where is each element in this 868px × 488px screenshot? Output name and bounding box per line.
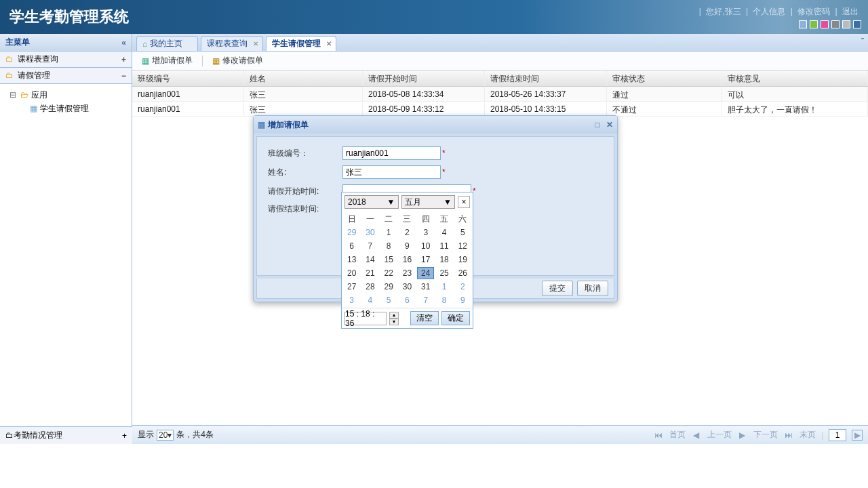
- calendar-day[interactable]: 8: [380, 240, 397, 252]
- go-page-button[interactable]: ▶: [852, 430, 863, 441]
- calendar-day[interactable]: 1: [435, 281, 452, 293]
- tree-node-app[interactable]: ⊟ 🗁 应用: [7, 88, 132, 102]
- theme-swatch[interactable]: [821, 20, 829, 28]
- col-name[interactable]: 姓名: [244, 70, 363, 86]
- calendar-day[interactable]: 10: [417, 240, 434, 252]
- calendar-day[interactable]: 3: [417, 226, 434, 239]
- time-spinner[interactable]: ▲▼: [389, 312, 399, 325]
- close-icon[interactable]: ✕: [606, 120, 613, 129]
- col-class-no[interactable]: 班级编号: [132, 70, 244, 86]
- name-input[interactable]: 张三: [342, 165, 441, 179]
- sidebar-section-leave[interactable]: 🗀请假管理 −: [0, 68, 132, 84]
- next-page-button[interactable]: ▶: [737, 430, 748, 441]
- calendar-day[interactable]: 25: [435, 267, 452, 279]
- col-status[interactable]: 审核状态: [607, 70, 722, 86]
- calendar-day[interactable]: 17: [417, 253, 434, 266]
- calendar-day[interactable]: 29: [343, 226, 360, 239]
- calendar-day[interactable]: 24: [417, 267, 434, 279]
- tab-home[interactable]: ⌂ 我的主页: [136, 36, 198, 51]
- maximize-icon[interactable]: □: [595, 120, 599, 129]
- calendar-day[interactable]: 29: [380, 281, 397, 293]
- calendar-day[interactable]: 9: [454, 294, 471, 306]
- calendar-day[interactable]: 16: [399, 253, 416, 266]
- tab-schedule[interactable]: 课程表查询 ✕: [201, 36, 263, 51]
- calendar-day[interactable]: 23: [399, 267, 416, 279]
- calendar-day[interactable]: 19: [454, 253, 471, 266]
- plus-icon[interactable]: +: [122, 431, 127, 441]
- last-page-button[interactable]: ⏭: [783, 430, 794, 441]
- calendar-day[interactable]: 2: [454, 281, 471, 293]
- calendar-day[interactable]: 14: [361, 253, 378, 266]
- calendar-day[interactable]: 21: [361, 267, 378, 279]
- calendar-day[interactable]: 3: [343, 294, 360, 306]
- calendar-day[interactable]: 11: [435, 240, 452, 252]
- calendar-day[interactable]: 20: [343, 267, 360, 279]
- sidebar-section-schedule[interactable]: 🗀课程表查询 +: [0, 52, 132, 68]
- calendar-day[interactable]: 28: [361, 281, 378, 293]
- logout-link[interactable]: 退出: [842, 7, 859, 16]
- dialog-header[interactable]: ▦增加请假单 □ ✕: [254, 116, 617, 134]
- calendar-day[interactable]: 27: [343, 281, 360, 293]
- class-no-input[interactable]: ruanjian001: [342, 146, 441, 160]
- month-select[interactable]: 五月▼: [401, 195, 456, 209]
- theme-swatch[interactable]: [853, 20, 861, 28]
- col-end[interactable]: 请假结束时间: [485, 70, 607, 86]
- tree-toggle-icon[interactable]: ⊟: [9, 90, 18, 100]
- cancel-button[interactable]: 取消: [577, 281, 608, 296]
- calendar-day[interactable]: 6: [343, 240, 360, 252]
- chevron-down-icon[interactable]: ˇ: [861, 37, 864, 47]
- col-start[interactable]: 请假开始时间: [363, 70, 485, 86]
- calendar-day[interactable]: 18: [435, 253, 452, 266]
- table-row[interactable]: ruanjian001张三2018-05-09 14:33:122018-05-…: [132, 102, 868, 117]
- calendar-day[interactable]: 4: [435, 226, 452, 239]
- collapse-icon[interactable]: «: [121, 38, 126, 47]
- calendar-day[interactable]: 22: [380, 267, 397, 279]
- picker-close-button[interactable]: ×: [458, 196, 470, 208]
- password-link[interactable]: 修改密码: [797, 7, 830, 16]
- spin-up-icon[interactable]: ▲: [389, 312, 399, 319]
- calendar-day[interactable]: 1: [380, 226, 397, 239]
- calendar-day[interactable]: 4: [361, 294, 378, 306]
- add-leave-button[interactable]: ▦ 增加请假单: [138, 54, 197, 68]
- year-select[interactable]: 2018▼: [344, 195, 399, 209]
- page-size-select[interactable]: 20 ▾: [157, 430, 174, 441]
- clear-button[interactable]: 清空: [410, 311, 439, 325]
- page-input[interactable]: [829, 429, 846, 441]
- ok-button[interactable]: 确定: [441, 311, 470, 325]
- calendar-day[interactable]: 26: [454, 267, 471, 279]
- sidebar-section-attendance[interactable]: 🗀考勤情况管理 +: [0, 426, 132, 444]
- tree-node-leave-mgmt[interactable]: ▦ 学生请假管理: [7, 102, 132, 115]
- theme-swatch[interactable]: [842, 20, 850, 28]
- close-icon[interactable]: ✕: [326, 40, 332, 47]
- theme-swatch[interactable]: [831, 20, 840, 28]
- calendar-day[interactable]: 13: [343, 253, 360, 266]
- plus-icon[interactable]: +: [121, 55, 126, 64]
- prev-page-button[interactable]: ◀: [691, 430, 702, 441]
- table-row[interactable]: ruanjian001张三2018-05-08 14:33:342018-05-…: [132, 87, 868, 102]
- calendar-day[interactable]: 9: [399, 240, 416, 252]
- profile-link[interactable]: 个人信息: [753, 7, 785, 16]
- calendar-day[interactable]: 12: [454, 240, 471, 252]
- time-input[interactable]: 15 : 18 : 36: [344, 312, 387, 325]
- calendar-day[interactable]: 30: [399, 281, 416, 293]
- calendar-day[interactable]: 31: [417, 281, 434, 293]
- col-opinion[interactable]: 审核意见: [722, 70, 868, 86]
- minus-icon[interactable]: −: [121, 71, 126, 81]
- calendar-day[interactable]: 5: [454, 226, 471, 239]
- spin-down-icon[interactable]: ▼: [389, 319, 399, 325]
- close-icon[interactable]: ✕: [253, 40, 258, 47]
- edit-leave-button[interactable]: ▦ 修改请假单: [208, 54, 267, 68]
- calendar-day[interactable]: 15: [380, 253, 397, 266]
- tab-leave[interactable]: 学生请假管理 ✕: [266, 36, 336, 51]
- calendar-day[interactable]: 2: [399, 226, 416, 239]
- calendar-day[interactable]: 5: [380, 294, 397, 306]
- calendar-day[interactable]: 6: [399, 294, 416, 306]
- calendar-day[interactable]: 30: [361, 226, 378, 239]
- theme-swatch[interactable]: [810, 20, 818, 28]
- calendar-day[interactable]: 8: [435, 294, 452, 306]
- calendar-day[interactable]: 7: [361, 240, 378, 252]
- theme-swatch[interactable]: [799, 20, 807, 28]
- submit-button[interactable]: 提交: [542, 281, 573, 296]
- first-page-button[interactable]: ⏮: [653, 430, 664, 441]
- calendar-day[interactable]: 7: [417, 294, 434, 306]
